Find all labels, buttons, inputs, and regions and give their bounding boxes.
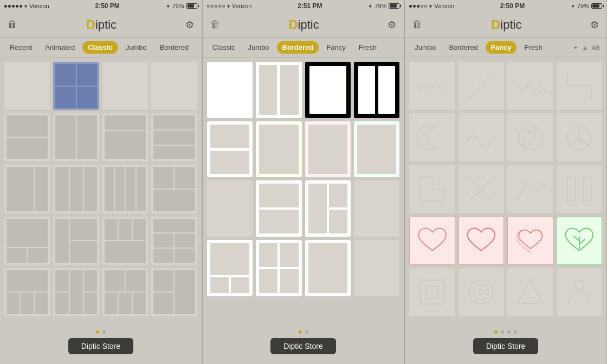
- bordered-cell[interactable]: [256, 240, 301, 296]
- layout-cell[interactable]: [4, 62, 50, 110]
- layout-cell[interactable]: [151, 165, 197, 213]
- tab-animated[interactable]: Animated: [40, 41, 80, 54]
- layout-cell[interactable]: [4, 217, 50, 265]
- trash-icon-3[interactable]: 🗑: [412, 19, 422, 30]
- layout-cell[interactable]: [151, 62, 197, 110]
- layout-cell[interactable]: [53, 268, 99, 316]
- bordered-cell[interactable]: [207, 62, 253, 118]
- layout-cell[interactable]: [102, 268, 148, 316]
- up-icon[interactable]: ▲: [582, 44, 588, 51]
- settings-icon-2[interactable]: ⚙: [388, 19, 396, 31]
- fancy-cell-xshape[interactable]: [459, 165, 504, 213]
- fancy-cell-peace[interactable]: [557, 113, 602, 161]
- trash-icon-1[interactable]: 🗑: [8, 19, 17, 30]
- tab-jumbo[interactable]: Jumbo: [120, 41, 152, 54]
- fancy-cell-lightning[interactable]: [557, 62, 602, 110]
- tab-classic-2[interactable]: Classic: [207, 41, 241, 54]
- tab-fresh-2[interactable]: Fresh: [353, 41, 382, 54]
- tab-bar-3: Jumbo Bordered Fancy Fresh ✦ ▲ AB: [405, 38, 606, 57]
- svg-line-0: [467, 72, 495, 100]
- sort-icon[interactable]: ✦: [573, 44, 578, 51]
- bordered-cell-pink[interactable]: [305, 121, 351, 178]
- svg-rect-15: [420, 280, 444, 304]
- app-header-3: 🗑 D iptic ⚙: [405, 12, 606, 38]
- triangle-icon: [514, 275, 546, 309]
- tab-bordered-2[interactable]: Bordered: [277, 41, 319, 54]
- bordered-cell-black2[interactable]: [354, 62, 399, 118]
- fancy-cell-zigzag[interactable]: [507, 62, 553, 110]
- bordered-cell-black[interactable]: [305, 62, 351, 118]
- bordered-cell[interactable]: [305, 180, 351, 237]
- fancy-cell-yinyang[interactable]: [507, 113, 553, 161]
- panel-bordered: ▾ Verizon 2:51 PM ✦ 79% 🗑 D iptic ⚙ Clas…: [203, 0, 405, 364]
- fancy-cell-wave1[interactable]: [409, 62, 455, 110]
- tab-recent[interactable]: Recent: [4, 41, 37, 54]
- tab-fancy-2[interactable]: Fancy: [321, 41, 351, 54]
- layout-cell[interactable]: [53, 217, 99, 265]
- bordered-cell[interactable]: [305, 240, 351, 296]
- battery-icon-2: [389, 3, 399, 9]
- fancy-cell-heart-green[interactable]: [557, 217, 602, 265]
- layout-cell[interactable]: [151, 268, 197, 316]
- fancy-cell-crescent[interactable]: [409, 113, 455, 161]
- tab-jumbo-3[interactable]: Jumbo: [409, 41, 441, 54]
- trash-icon-2[interactable]: 🗑: [210, 19, 220, 30]
- layout-cell[interactable]: [102, 217, 148, 265]
- bordered-cell[interactable]: [256, 62, 301, 118]
- layout-cell[interactable]: [53, 113, 99, 161]
- fancy-cell-lshape[interactable]: [409, 165, 455, 213]
- layout-cell[interactable]: [102, 165, 148, 213]
- fancy-cell-wave2[interactable]: [459, 113, 504, 161]
- fancy-cell-pillars[interactable]: [557, 165, 602, 213]
- fancy-cell-circle[interactable]: [459, 268, 504, 316]
- heart-solid-icon: [466, 224, 497, 257]
- layout-cell[interactable]: [4, 165, 50, 213]
- fancy-cell-heart3[interactable]: [507, 217, 553, 265]
- bordered-cell-yellow[interactable]: [256, 121, 301, 178]
- bordered-cell-mint[interactable]: [354, 121, 399, 178]
- store-button-3[interactable]: Diptic Store: [473, 338, 538, 354]
- layout-cell[interactable]: [53, 165, 99, 213]
- fancy-cell-person[interactable]: [557, 268, 602, 316]
- settings-icon-3[interactable]: ⚙: [590, 19, 599, 31]
- tab-classic[interactable]: Classic: [82, 41, 118, 54]
- fancy-cell-heart1[interactable]: [409, 217, 455, 265]
- store-button-1[interactable]: Diptic Store: [68, 338, 133, 354]
- svg-marker-20: [518, 280, 543, 303]
- layout-cell[interactable]: [354, 180, 399, 237]
- layout-cell[interactable]: [4, 113, 50, 161]
- text-sort-icon[interactable]: AB: [591, 44, 600, 51]
- battery-icon-3: [591, 3, 602, 9]
- bordered-cell[interactable]: [207, 240, 253, 296]
- fancy-cell-line1[interactable]: [459, 62, 504, 110]
- fancy-cell-heart2[interactable]: [459, 217, 504, 265]
- nested-circle-icon: [465, 275, 497, 309]
- fancy-cell-square[interactable]: [409, 268, 455, 316]
- layout-cell[interactable]: [207, 180, 253, 237]
- settings-icon-1[interactable]: ⚙: [185, 19, 194, 31]
- xshape-icon: [465, 172, 497, 206]
- tab-fancy-3[interactable]: Fancy: [486, 41, 517, 54]
- layout-cell-selected[interactable]: [53, 62, 99, 110]
- tab-fresh-3[interactable]: Fresh: [519, 41, 547, 54]
- layout-cell[interactable]: [102, 62, 148, 110]
- lshape-icon: [416, 172, 448, 206]
- layout-cell[interactable]: [4, 268, 50, 316]
- fancy-cell-triangle[interactable]: [507, 268, 553, 316]
- tab-bordered[interactable]: Bordered: [154, 41, 194, 54]
- tab-jumbo-2[interactable]: Jumbo: [243, 41, 275, 54]
- store-button-2[interactable]: Diptic Store: [270, 338, 335, 354]
- layout-cell[interactable]: [151, 113, 197, 161]
- bordered-cell[interactable]: [256, 180, 301, 237]
- bordered-row-1: [207, 62, 400, 118]
- bordered-cell-tinted[interactable]: [207, 121, 253, 178]
- layout-cell[interactable]: [102, 113, 148, 161]
- fancy-cell-mountain[interactable]: [507, 165, 553, 213]
- tab-bordered-3[interactable]: Bordered: [443, 41, 483, 54]
- nested-square-icon: [416, 275, 448, 309]
- signal-dots-1: [4, 5, 22, 8]
- layout-2x2: [53, 62, 99, 110]
- logo-d-1: D: [86, 17, 95, 32]
- layout-cell[interactable]: [354, 240, 399, 296]
- layout-cell[interactable]: [151, 217, 197, 265]
